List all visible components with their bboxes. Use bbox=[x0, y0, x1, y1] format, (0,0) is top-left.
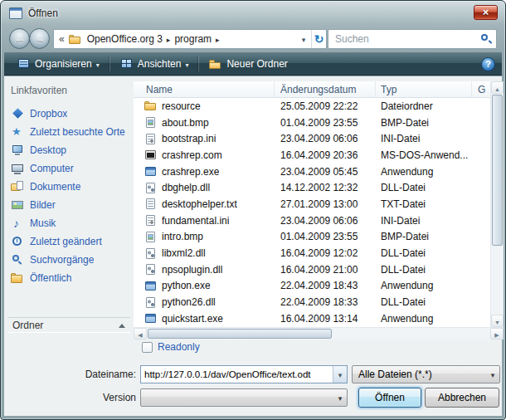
scroll-right-button[interactable] bbox=[490, 328, 504, 339]
folders-label: Ordner bbox=[12, 320, 43, 331]
views-button[interactable]: Ansichten bbox=[114, 55, 196, 73]
column-header-type[interactable]: Typ bbox=[376, 81, 472, 97]
horizontal-scroll-thumb[interactable] bbox=[148, 329, 332, 339]
breadcrumb-overflow-chevron[interactable]: « bbox=[59, 33, 65, 45]
readonly-label: Readonly bbox=[158, 341, 200, 353]
breadcrumb-item[interactable]: OpenOffice.org 3 bbox=[85, 33, 164, 45]
file-date: 16.04.2009 12:02 bbox=[275, 247, 376, 259]
close-button[interactable] bbox=[474, 5, 498, 20]
new-folder-button[interactable]: Neuer Ordner bbox=[202, 55, 294, 73]
file-name-cell: intro.bmp bbox=[134, 231, 275, 243]
sidebar-item[interactable]: Desktop bbox=[7, 141, 130, 159]
toolbar-separator bbox=[198, 56, 199, 71]
filename-input[interactable] bbox=[141, 369, 333, 379]
search-icon[interactable] bbox=[481, 34, 491, 44]
back-button[interactable] bbox=[9, 28, 30, 49]
file-row[interactable]: resource 25.05.2009 22:22 Dateiordner bbox=[134, 98, 490, 115]
file-row[interactable]: desktophelper.txt 27.01.2009 13:00 TXT-D… bbox=[134, 196, 490, 212]
sidebar-item[interactable]: Öffentlich bbox=[7, 269, 130, 287]
organize-label: Organisieren bbox=[35, 58, 92, 70]
file-date: 22.04.2009 18:33 bbox=[275, 296, 376, 308]
file-name-cell: python26.dll bbox=[134, 296, 275, 309]
file-type: Anwendung bbox=[376, 280, 472, 291]
file-row[interactable]: npsoplugin.dll 16.04.2009 21:00 DLL-Date… bbox=[134, 261, 490, 278]
file-icon bbox=[144, 231, 157, 243]
sidebar-item[interactable]: Zuletzt besuchte Orte bbox=[7, 123, 130, 141]
help-button[interactable] bbox=[481, 57, 495, 71]
views-label: Ansichten bbox=[138, 58, 182, 70]
file-name-cell: resource bbox=[134, 100, 275, 112]
file-row[interactable]: fundamental.ini 23.04.2009 06:06 INI-Dat… bbox=[134, 212, 490, 229]
address-bar[interactable]: « OpenOffice.org 3 program bbox=[53, 29, 327, 49]
refresh-button[interactable] bbox=[311, 30, 326, 48]
readonly-checkbox[interactable]: Readonly bbox=[142, 341, 200, 353]
forward-button[interactable] bbox=[29, 28, 50, 49]
column-header-date[interactable]: Änderungsdatum bbox=[275, 81, 376, 97]
scroll-down-button[interactable] bbox=[491, 315, 504, 327]
file-row[interactable]: python26.dll 22.04.2009 18:33 DLL-Datei bbox=[134, 294, 490, 310]
chevron-down-icon bbox=[491, 369, 495, 380]
file-row[interactable]: about.bmp 01.04.2009 23:55 BMP-Datei bbox=[134, 115, 490, 131]
titlebar[interactable]: Öffnen bbox=[2, 2, 504, 25]
sidebar-item[interactable]: Dropbox bbox=[7, 105, 130, 123]
file-row[interactable]: libxml2.dll 16.04.2009 12:02 DLL-Datei bbox=[134, 245, 490, 261]
file-row[interactable]: intro.bmp 01.04.2009 23:55 BMP-Datei bbox=[134, 229, 490, 246]
file-icon bbox=[144, 263, 157, 276]
sidebar: Linkfavoriten Dropbox Zuletzt besuchte O… bbox=[7, 81, 130, 333]
scroll-left-button[interactable] bbox=[134, 328, 147, 339]
sidebar-item[interactable]: Musik bbox=[7, 214, 130, 232]
vertical-scrollbar[interactable] bbox=[490, 81, 504, 327]
open-button[interactable]: Öffnen bbox=[358, 388, 421, 408]
dialog-icon bbox=[9, 7, 22, 19]
sidebar-item[interactable]: Dokumente bbox=[7, 178, 130, 196]
column-header-size[interactable]: G bbox=[472, 81, 490, 97]
sidebar-item-label: Dokumente bbox=[30, 181, 80, 193]
filename-combobox[interactable] bbox=[140, 365, 348, 383]
sidebar-item[interactable]: Bilder bbox=[7, 196, 130, 214]
address-dropdown-button[interactable] bbox=[296, 30, 311, 48]
file-name-cell: about.bmp bbox=[134, 116, 275, 129]
file-row[interactable]: python.exe 22.04.2009 18:43 Anwendung bbox=[134, 278, 490, 295]
file-name-cell: dbghelp.dll bbox=[134, 182, 275, 194]
file-date: 16.04.2009 21:00 bbox=[275, 264, 376, 276]
organize-button[interactable]: Organisieren bbox=[11, 55, 106, 73]
file-list: Name Änderungsdatum Typ G resource 25.05… bbox=[134, 81, 504, 339]
file-row[interactable]: crashrep.com 16.04.2009 20:36 MS-DOS-Anw… bbox=[134, 147, 490, 164]
vertical-scroll-thumb[interactable] bbox=[492, 95, 503, 246]
file-row[interactable]: quickstart.exe 16.04.2009 13:14 Anwendun… bbox=[134, 310, 490, 327]
file-icon bbox=[144, 100, 157, 112]
horizontal-scrollbar[interactable] bbox=[134, 327, 504, 339]
sidebar-item-icon bbox=[11, 271, 25, 285]
column-header-name[interactable]: Name bbox=[134, 81, 275, 97]
version-dropdown[interactable] bbox=[140, 388, 348, 407]
cancel-button[interactable]: Abbrechen bbox=[425, 388, 499, 408]
sidebar-item-icon bbox=[11, 253, 25, 266]
file-row[interactable]: bootstrap.ini 23.04.2009 06:06 INI-Datei bbox=[134, 130, 490, 147]
file-row[interactable]: crashrep.exe 23.04.2009 05:45 Anwendung bbox=[134, 164, 490, 180]
filetype-dropdown-button[interactable] bbox=[486, 369, 499, 380]
file-row[interactable]: dbghelp.dll 14.12.2002 12:32 DLL-Datei bbox=[134, 179, 490, 196]
sidebar-item-icon bbox=[11, 162, 25, 175]
filename-label: Dateiname: bbox=[4, 369, 136, 380]
breadcrumb-item[interactable]: program bbox=[173, 33, 213, 45]
filename-dropdown-button[interactable] bbox=[333, 366, 347, 383]
file-icon bbox=[144, 165, 157, 178]
filetype-dropdown[interactable]: Alle Dateien (*.*) bbox=[352, 365, 500, 383]
folders-expander[interactable]: Ordner bbox=[7, 317, 130, 333]
file-rows: resource 25.05.2009 22:22 Dateiordner ab… bbox=[134, 98, 490, 327]
file-date: 23.04.2009 06:06 bbox=[275, 215, 376, 227]
sidebar-item[interactable]: Zuletzt geändert bbox=[7, 232, 130, 251]
file-name: libxml2.dll bbox=[162, 247, 206, 259]
search-input[interactable] bbox=[333, 32, 481, 46]
file-name: crashrep.exe bbox=[162, 166, 219, 178]
file-date: 01.04.2009 23:55 bbox=[275, 117, 376, 129]
sidebar-item-label: Musik bbox=[30, 217, 56, 229]
sidebar-item-label: Zuletzt geändert bbox=[30, 236, 102, 247]
search-box[interactable] bbox=[328, 29, 497, 49]
version-dropdown-button[interactable] bbox=[333, 392, 347, 403]
file-type: BMP-Datei bbox=[376, 117, 472, 129]
scroll-up-button[interactable] bbox=[491, 81, 504, 94]
sidebar-item[interactable]: Suchvorgänge bbox=[7, 251, 130, 269]
file-type: Anwendung bbox=[376, 313, 472, 325]
sidebar-item[interactable]: Computer bbox=[7, 159, 130, 178]
